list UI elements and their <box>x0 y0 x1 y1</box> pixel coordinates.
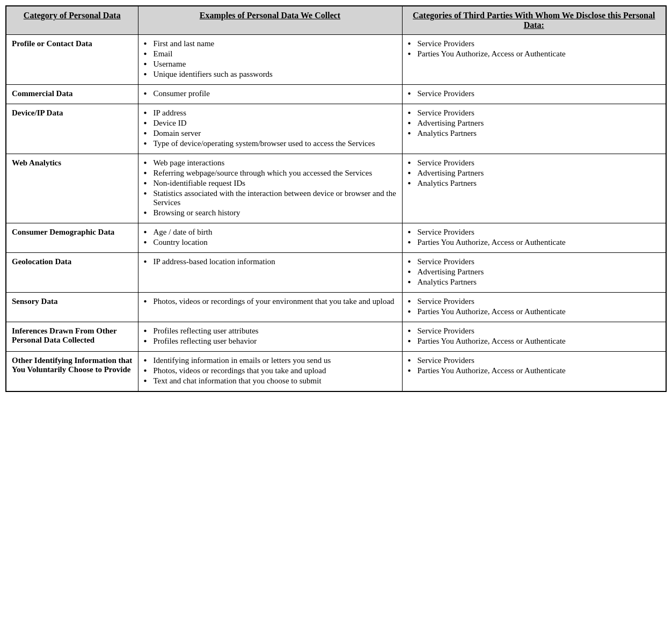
third-parties-cell: Service ProvidersParties You Authorize, … <box>402 293 666 322</box>
table-row: Commercial DataConsumer profileService P… <box>6 85 666 104</box>
third-parties-cell: Service ProvidersParties You Authorize, … <box>402 352 666 392</box>
example-item: Statistics associated with the interacti… <box>144 189 397 207</box>
table-row: Other Identifying Information that You V… <box>6 352 666 392</box>
example-item: IP address-based location information <box>144 257 397 266</box>
example-item: Web page interactions <box>144 158 397 168</box>
third-parties-cell: Service ProvidersAdvertising PartnersAna… <box>402 154 666 223</box>
examples-cell: Age / date of birthCountry location <box>138 223 402 253</box>
example-item: Profiles reflecting user behavior <box>144 337 397 346</box>
example-item: Domain server <box>144 129 397 138</box>
example-item: Device ID <box>144 119 397 128</box>
third-party-item: Service Providers <box>408 356 661 365</box>
third-party-item: Service Providers <box>408 39 661 48</box>
example-item: Unique identifiers such as passwords <box>144 70 397 79</box>
category-cell: Inferences Drawn From Other Personal Dat… <box>6 322 138 352</box>
third-party-item: Analytics Partners <box>408 179 661 188</box>
example-item: Country location <box>144 238 397 247</box>
third-parties-cell: Service ProvidersParties You Authorize, … <box>402 223 666 253</box>
third-party-item: Parties You Authorize, Access or Authent… <box>408 337 661 346</box>
category-cell: Commercial Data <box>6 85 138 104</box>
third-party-item: Parties You Authorize, Access or Authent… <box>408 238 661 247</box>
header-examples: Examples of Personal Data We Collect <box>138 6 402 35</box>
third-parties-cell: Service ProvidersAdvertising PartnersAna… <box>402 104 666 154</box>
examples-cell: IP addressDevice IDDomain serverType of … <box>138 104 402 154</box>
third-party-item: Service Providers <box>408 228 661 237</box>
third-party-item: Advertising Partners <box>408 119 661 128</box>
third-party-item: Service Providers <box>408 108 661 118</box>
example-item: Non-identifiable request IDs <box>144 179 397 188</box>
privacy-data-table: Category of Personal Data Examples of Pe… <box>5 5 667 392</box>
example-item: First and last name <box>144 39 397 48</box>
table-header-row: Category of Personal Data Examples of Pe… <box>6 6 666 35</box>
third-party-item: Parties You Authorize, Access or Authent… <box>408 49 661 59</box>
example-item: Identifying information in emails or let… <box>144 356 397 365</box>
table-row: Profile or Contact DataFirst and last na… <box>6 35 666 85</box>
third-parties-cell: Service ProvidersAdvertising PartnersAna… <box>402 253 666 293</box>
table-row: Geolocation DataIP address-based locatio… <box>6 253 666 293</box>
third-party-item: Service Providers <box>408 158 661 168</box>
examples-cell: Consumer profile <box>138 85 402 104</box>
example-item: Text and chat information that you choos… <box>144 376 397 386</box>
example-item: Age / date of birth <box>144 228 397 237</box>
third-party-item: Parties You Authorize, Access or Authent… <box>408 366 661 375</box>
example-item: Referring webpage/source through which y… <box>144 169 397 178</box>
example-item: Profiles reflecting user attributes <box>144 326 397 336</box>
example-item: Photos, videos or recordings that you ta… <box>144 366 397 375</box>
third-party-item: Service Providers <box>408 257 661 266</box>
example-item: Consumer profile <box>144 89 397 98</box>
examples-cell: Web page interactionsReferring webpage/s… <box>138 154 402 223</box>
category-cell: Consumer Demographic Data <box>6 223 138 253</box>
third-party-item: Analytics Partners <box>408 129 661 138</box>
examples-cell: First and last nameEmailUsernameUnique i… <box>138 35 402 85</box>
example-item: Email <box>144 49 397 59</box>
header-category: Category of Personal Data <box>6 6 138 35</box>
category-cell: Profile or Contact Data <box>6 35 138 85</box>
table-row: Sensory DataPhotos, videos or recordings… <box>6 293 666 322</box>
third-parties-cell: Service Providers <box>402 85 666 104</box>
examples-cell: Identifying information in emails or let… <box>138 352 402 392</box>
table-row: Web AnalyticsWeb page interactionsReferr… <box>6 154 666 223</box>
category-cell: Geolocation Data <box>6 253 138 293</box>
examples-cell: IP address-based location information <box>138 253 402 293</box>
category-cell: Other Identifying Information that You V… <box>6 352 138 392</box>
third-parties-cell: Service ProvidersParties You Authorize, … <box>402 35 666 85</box>
example-item: IP address <box>144 108 397 118</box>
examples-cell: Photos, videos or recordings of your env… <box>138 293 402 322</box>
example-item: Username <box>144 60 397 69</box>
third-party-item: Service Providers <box>408 297 661 306</box>
third-party-item: Service Providers <box>408 89 661 98</box>
table-row: Consumer Demographic DataAge / date of b… <box>6 223 666 253</box>
examples-cell: Profiles reflecting user attributesProfi… <box>138 322 402 352</box>
third-parties-cell: Service ProvidersParties You Authorize, … <box>402 322 666 352</box>
category-cell: Device/IP Data <box>6 104 138 154</box>
third-party-item: Advertising Partners <box>408 267 661 277</box>
third-party-item: Parties You Authorize, Access or Authent… <box>408 307 661 316</box>
table-row: Inferences Drawn From Other Personal Dat… <box>6 322 666 352</box>
category-cell: Web Analytics <box>6 154 138 223</box>
third-party-item: Analytics Partners <box>408 278 661 287</box>
third-party-item: Advertising Partners <box>408 169 661 178</box>
third-party-item: Service Providers <box>408 326 661 336</box>
category-cell: Sensory Data <box>6 293 138 322</box>
example-item: Browsing or search history <box>144 208 397 217</box>
header-third-parties: Categories of Third Parties With Whom We… <box>402 6 666 35</box>
table-row: Device/IP DataIP addressDevice IDDomain … <box>6 104 666 154</box>
example-item: Photos, videos or recordings of your env… <box>144 297 397 306</box>
example-item: Type of device/operating system/browser … <box>144 139 397 148</box>
